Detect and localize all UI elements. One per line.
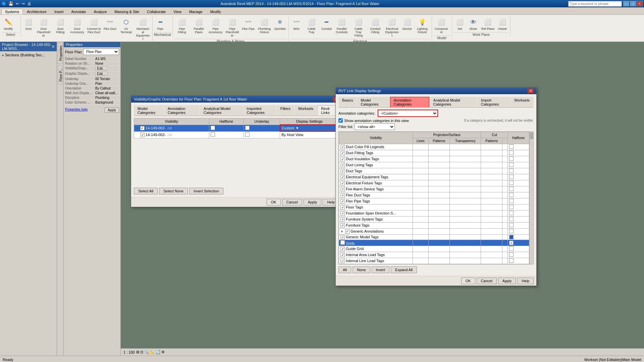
cb-flex-pipe-tags[interactable] — [340, 199, 345, 203]
rvt-none-button[interactable]: None — [353, 266, 370, 273]
vis-tab-imported[interactable]: Imported Categories — [243, 105, 276, 116]
rvt-help-button[interactable]: Help — [517, 278, 534, 284]
cb-elec-fixture-tags[interactable] — [340, 181, 345, 185]
ht-generic-model-tags[interactable] — [509, 235, 514, 239]
viewer-tool[interactable]: ⬜ Viewer — [496, 16, 509, 32]
rvt-expand-all-button[interactable]: Expand All — [391, 266, 417, 273]
sidebar-tab-floorp[interactable]: Floor P... — [58, 65, 63, 84]
sections-item[interactable]: ▲ Sections (Building Sec... — [1, 53, 55, 57]
rvt-tab-basics[interactable]: Basics — [338, 97, 357, 107]
duct-tool[interactable]: ⬜ Duct — [22, 16, 35, 32]
set-tool[interactable]: ⬜ Set — [453, 16, 466, 32]
ht-fire-alarm[interactable] — [509, 187, 514, 191]
vis-tab-worksets[interactable]: Worksets — [294, 105, 317, 116]
ht-guide-grid[interactable] — [509, 246, 514, 251]
cb-guide-grid[interactable] — [340, 247, 345, 251]
ht-foundation-span[interactable] — [509, 211, 514, 215]
qat-redo[interactable]: ↪ — [21, 1, 25, 6]
vis-display-dropdown-icon[interactable]: ▼ — [296, 126, 299, 130]
tab-systems[interactable]: Systems — [1, 9, 23, 14]
rvt-row-furniture-system[interactable]: Furniture System Tags — [339, 217, 529, 223]
ht-internal-line[interactable] — [509, 258, 514, 263]
ht-flex-pipe-tags[interactable] — [509, 199, 514, 203]
ref-plane-tool[interactable]: ⬜ Ref Plane — [480, 16, 496, 32]
vis-underlay-row1[interactable] — [245, 126, 250, 130]
conduit-tool[interactable]: ━ Conduit — [320, 16, 333, 32]
vis-cancel-button[interactable]: Cancel — [282, 199, 302, 205]
vis-halftone-row1[interactable] — [211, 126, 215, 130]
rvt-row-furniture-tags[interactable]: Furniture Tags — [339, 223, 529, 229]
maximize-button[interactable]: □ — [630, 1, 636, 6]
cb-furniture-system[interactable] — [340, 217, 345, 222]
conduit-fitting-tool[interactable]: ⬜ Conduit Fitting — [367, 16, 383, 35]
cb-elec-equip-tags[interactable] — [340, 175, 345, 179]
electrical-equipment-tool[interactable]: ⬜ Electrical Equipment — [384, 16, 400, 38]
rvt-row-grids[interactable]: Grids — [339, 240, 529, 246]
duct-fitting-tool[interactable]: ⬜ Duct Fitting — [52, 16, 68, 35]
cb-grids[interactable] — [340, 240, 345, 245]
ht-duct-color[interactable] — [509, 144, 514, 149]
vis-tab-filters[interactable]: Filters — [277, 105, 294, 116]
tab-collaborate[interactable]: Collaborate — [143, 9, 169, 14]
device-tool[interactable]: ⬜ Device — [401, 16, 414, 32]
rvt-row-duct-color[interactable]: Duct Color Fill Legends — [339, 144, 529, 150]
ht-elec-equip-tags[interactable] — [509, 175, 514, 179]
rvt-tab-model[interactable]: Model Categories — [357, 97, 389, 107]
graphic-display-edit-button[interactable]: Edit... — [95, 72, 107, 76]
vis-underlay-row2[interactable] — [245, 132, 250, 137]
wire-tool[interactable]: 〰 Wire — [290, 16, 303, 32]
pipe-tool[interactable]: ━ Pipe — [154, 16, 167, 32]
filter-dropdown[interactable]: <show all> — [355, 123, 395, 130]
rvt-ok-button[interactable]: OK — [461, 278, 475, 284]
ht-duct-tags[interactable] — [509, 169, 514, 173]
expand-icon-row1[interactable]: ▼ — [136, 127, 139, 130]
parallel-pipes-tool[interactable]: ⬜ Parallel Pipes — [191, 16, 207, 35]
ht-furniture-tags[interactable] — [509, 223, 514, 227]
cb-floor-tags[interactable] — [340, 205, 345, 209]
cb-duct-color[interactable] — [340, 145, 345, 149]
properties-apply-button[interactable]: Apply — [105, 108, 119, 113]
vis-tab-annotation[interactable]: Annotation Categories — [164, 105, 200, 116]
rvt-invert-button[interactable]: Invert — [372, 266, 390, 273]
expand-sections-icon[interactable]: ▲ — [1, 53, 4, 57]
tab-massing[interactable]: Massing & Site — [111, 9, 143, 14]
rvt-all-button[interactable]: All — [338, 266, 351, 273]
qat-save[interactable]: 💾 — [8, 1, 14, 6]
ht-duct-lining[interactable] — [509, 163, 514, 167]
expand-generic-annotations-icon[interactable]: ▼ — [340, 230, 343, 233]
properties-help-link[interactable]: Properties help — [65, 108, 88, 113]
duct-placeholder-tool[interactable]: ⬜ Duct Placeholder — [36, 16, 52, 38]
cb-duct-tags[interactable] — [340, 169, 345, 173]
rvt-row-duct-tags[interactable]: Duct Tags — [339, 168, 529, 174]
close-button[interactable]: ✕ — [637, 1, 643, 6]
pipe-placeholder-tool[interactable]: ⬜ Pipe Placeholder — [224, 16, 240, 38]
properties-type-dropdown[interactable]: Floor Plan — [83, 49, 119, 55]
rvt-row-elec-fixture-tags[interactable]: Electrical Fixture Tags — [339, 180, 529, 186]
rvt-row-fire-alarm[interactable]: Fire Alarm Device Tags — [339, 186, 529, 192]
rvt-row-flex-pipe-tags[interactable]: Flex Pipe Tags — [339, 198, 529, 204]
select-all-button[interactable]: Select All — [134, 188, 158, 194]
vis-tab-analytical[interactable]: Analytical Model Categories — [200, 105, 243, 116]
tab-modify[interactable]: Modify — [207, 9, 225, 14]
vis-checkbox-row2[interactable] — [140, 133, 145, 137]
vis-tab-model[interactable]: Model Categories — [134, 105, 164, 116]
rvt-row-internal-area[interactable]: Internal Area Load Tags — [339, 252, 529, 258]
ht-internal-area[interactable] — [509, 252, 514, 257]
rvt-tab-analytical[interactable]: Analytical Model Categories — [430, 97, 477, 107]
ht-grids[interactable] — [509, 241, 514, 245]
duct-accessory-tool[interactable]: ⬜ Duct Accessory — [69, 16, 85, 35]
pipe-fitting-tool[interactable]: ⬜ Pipe Fitting — [174, 16, 190, 35]
rvt-row-guide-grid[interactable]: Guide Grid — [339, 246, 529, 252]
visibility-edit-button[interactable]: Edit... — [95, 66, 107, 71]
tab-insert[interactable]: Insert — [51, 9, 67, 14]
show-annotation-checkbox[interactable] — [338, 118, 343, 123]
rvt-tab-worksets[interactable]: Worksets — [511, 97, 533, 107]
cb-flex-duct-tags[interactable] — [340, 193, 345, 197]
cb-duct-insulation[interactable] — [340, 157, 345, 161]
rvt-dialog-close[interactable]: ✕ — [528, 88, 534, 93]
sidebar-tab-properties[interactable]: Properties — [58, 43, 63, 64]
air-terminal-tool[interactable]: ⬡ Air Terminal — [118, 16, 134, 35]
flex-duct-tool[interactable]: 〰 Flex Duct — [103, 16, 117, 32]
ht-generic-annotations[interactable] — [509, 229, 514, 233]
rvt-row-flex-duct-tags[interactable]: Flex Duct Tags — [339, 192, 529, 198]
